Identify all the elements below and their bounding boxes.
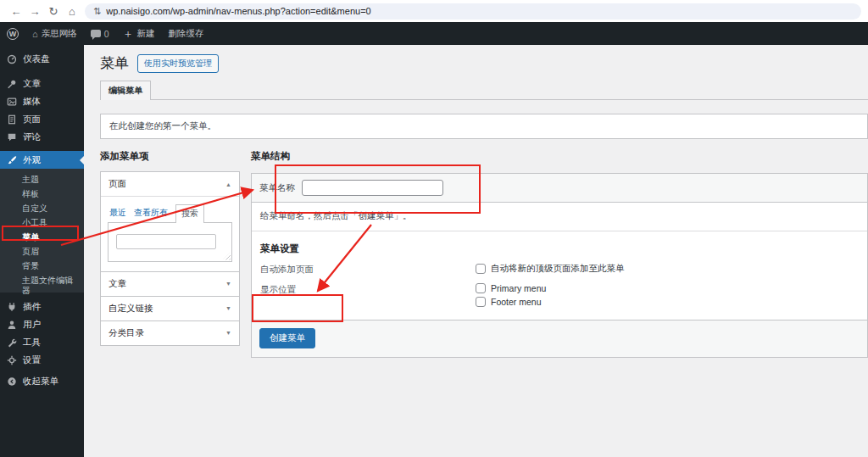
accordion-section-categories: 分类目录 ▼ xyxy=(101,320,239,345)
menu-settings-section: 菜单设置 自动添加页面 自动将新的顶级页面添加至此菜单 显示位置 xyxy=(252,231,867,320)
auto-add-row: 自动添加页面 自动将新的顶级页面添加至此菜单 xyxy=(260,263,859,276)
site-info-icon[interactable]: ⇅ xyxy=(93,6,101,17)
sidebar-label: 用户 xyxy=(23,319,41,331)
submenu-item-header[interactable]: 页眉 xyxy=(0,244,84,259)
submenu-item-patterns[interactable]: 样板 xyxy=(0,187,84,201)
sidebar-label: 文章 xyxy=(23,78,41,90)
accordion-section-posts: 文章 ▼ xyxy=(101,271,239,296)
collapse-label: 收起菜单 xyxy=(23,376,58,387)
screen-tabs: 编辑菜单 xyxy=(100,81,868,100)
main-content: 菜单 使用实时预览管理 编辑菜单 在此创建您的第一个菜单。 添加菜单项 页面 ▲ xyxy=(84,45,868,457)
sidebar-label: 评论 xyxy=(23,131,41,143)
sidebar-collapse-menu[interactable]: 收起菜单 xyxy=(0,372,84,390)
sidebar-item-appearance[interactable]: 外观 xyxy=(0,151,84,169)
gear-icon xyxy=(7,355,17,365)
wp-logo-menu[interactable]: W xyxy=(0,22,25,45)
sidebar-item-media[interactable]: 媒体 xyxy=(0,92,84,110)
help-text: 给菜单命名，然后点击「创建菜单」。 xyxy=(260,210,412,220)
sidebar-item-dashboard[interactable]: 仪表盘 xyxy=(0,50,84,68)
site-name-menu[interactable]: ⌂ 亲思网络 xyxy=(25,22,84,45)
submenu-item-widgets[interactable]: 小工具 xyxy=(0,215,84,230)
pages-quick-tabs: 最近 查看所有 搜索 xyxy=(108,204,232,222)
home-icon[interactable]: ⌂ xyxy=(63,5,81,18)
primary-menu-label: Primary menu xyxy=(491,283,546,293)
pages-icon xyxy=(7,114,17,125)
pages-search-input[interactable] xyxy=(116,234,216,249)
accordion-header-categories[interactable]: 分类目录 ▼ xyxy=(101,321,239,345)
chevron-down-icon: ▼ xyxy=(225,305,231,311)
comment-icon xyxy=(91,30,101,37)
submenu-item-theme-editor[interactable]: 主题文件编辑器 xyxy=(0,273,84,287)
auto-add-option-label: 自动将新的顶级页面添加至此菜单 xyxy=(491,263,625,275)
sidebar-item-settings[interactable]: 设置 xyxy=(0,351,84,369)
submenu-item-customize[interactable]: 自定义 xyxy=(0,201,84,215)
live-preview-button[interactable]: 使用实时预览管理 xyxy=(137,54,219,73)
page-title: 菜单 xyxy=(100,53,129,73)
new-content-menu[interactable]: ＋ 新建 xyxy=(116,22,162,45)
menu-structure-column: 菜单结构 菜单名称 给菜单命名，然后点击「创建菜单」。 菜单设置 自动添加页面 xyxy=(251,150,868,358)
comments-menu[interactable]: 0 xyxy=(84,22,116,45)
accordion-header-custom-links[interactable]: 自定义链接 ▼ xyxy=(101,297,239,320)
section-label: 文章 xyxy=(108,278,126,290)
tab-edit-menus[interactable]: 编辑菜单 xyxy=(100,81,151,100)
sidebar-item-comments[interactable]: 评论 xyxy=(0,128,84,146)
section-label: 分类目录 xyxy=(108,327,144,339)
chevron-down-icon: ▼ xyxy=(225,281,231,287)
back-icon[interactable]: ← xyxy=(7,5,25,18)
reload-icon[interactable]: ↻ xyxy=(44,5,63,18)
pages-panel: 最近 查看所有 搜索 xyxy=(101,196,239,271)
tab-view-all[interactable]: 查看所有 xyxy=(134,207,168,222)
url-text: wp.naisigo.com/wp-admin/nav-menus.php?ac… xyxy=(106,6,370,16)
address-bar[interactable]: ⇅ wp.naisigo.com/wp-admin/nav-menus.php?… xyxy=(85,3,861,20)
menu-name-help: 给菜单命名，然后点击「创建菜单」。 xyxy=(252,203,867,231)
sidebar-item-tools[interactable]: 工具 xyxy=(0,333,84,351)
sidebar-label: 媒体 xyxy=(23,96,41,108)
pushpin-icon xyxy=(7,79,17,89)
create-menu-button[interactable]: 创建菜单 xyxy=(259,328,315,348)
pages-search-panel xyxy=(108,222,232,262)
site-name-label: 亲思网络 xyxy=(42,28,77,40)
delete-cache-label: 删除缓存 xyxy=(169,28,204,40)
forward-icon[interactable]: → xyxy=(25,5,44,18)
first-menu-notice: 在此创建您的第一个菜单。 xyxy=(100,114,868,139)
appearance-submenu: 主题 样板 自定义 小工具 菜单 页眉 背景 主题文件编辑器 xyxy=(0,169,84,293)
checkbox-primary-menu[interactable] xyxy=(476,283,486,293)
home-icon: ⌂ xyxy=(32,29,38,39)
location-footer-option[interactable]: Footer menu xyxy=(476,297,546,307)
tab-most-recent[interactable]: 最近 xyxy=(109,207,126,222)
submenu-item-menus[interactable]: 菜单 xyxy=(0,230,84,244)
checkbox-auto-add[interactable] xyxy=(476,264,486,274)
location-primary-option[interactable]: Primary menu xyxy=(476,283,546,293)
section-label: 页面 xyxy=(108,178,126,190)
menu-name-label: 菜单名称 xyxy=(259,182,295,194)
menu-edit-footer: 创建菜单 xyxy=(252,320,867,357)
auto-add-label: 自动添加页面 xyxy=(260,263,476,276)
sidebar-item-plugins[interactable]: 插件 xyxy=(0,298,84,315)
sidebar-item-users[interactable]: 用户 xyxy=(0,315,84,333)
media-icon xyxy=(7,97,17,107)
submenu-item-themes[interactable]: 主题 xyxy=(0,172,84,187)
checkbox-footer-menu[interactable] xyxy=(476,297,486,307)
display-location-row: 显示位置 Primary menu Footer menu xyxy=(260,283,859,307)
delete-cache-menu[interactable]: 删除缓存 xyxy=(162,22,211,45)
tab-search[interactable]: 搜索 xyxy=(175,204,204,223)
menu-structure-heading: 菜单结构 xyxy=(251,150,868,163)
menu-name-input[interactable] xyxy=(302,180,443,196)
accordion-header-posts[interactable]: 文章 ▼ xyxy=(101,272,239,296)
resize-handle[interactable] xyxy=(223,253,231,260)
user-icon xyxy=(7,320,17,330)
display-location-label: 显示位置 xyxy=(260,283,476,296)
sidebar-label: 设置 xyxy=(23,354,41,366)
submenu-item-background[interactable]: 背景 xyxy=(0,259,84,273)
accordion-header-pages[interactable]: 页面 ▲ xyxy=(101,172,239,196)
sidebar-item-pages[interactable]: 页面 xyxy=(0,110,84,128)
sidebar-label: 插件 xyxy=(23,301,41,313)
wrench-icon xyxy=(7,337,17,348)
auto-add-option[interactable]: 自动将新的顶级页面添加至此菜单 xyxy=(476,263,625,275)
add-items-accordion: 页面 ▲ 最近 查看所有 搜索 xyxy=(100,171,240,346)
sidebar-item-posts[interactable]: 文章 xyxy=(0,75,84,92)
chevron-down-icon: ▼ xyxy=(225,330,231,336)
sidebar-label: 工具 xyxy=(23,337,41,348)
accordion-section-custom-links: 自定义链接 ▼ xyxy=(101,296,239,320)
footer-menu-label: Footer menu xyxy=(491,297,542,307)
